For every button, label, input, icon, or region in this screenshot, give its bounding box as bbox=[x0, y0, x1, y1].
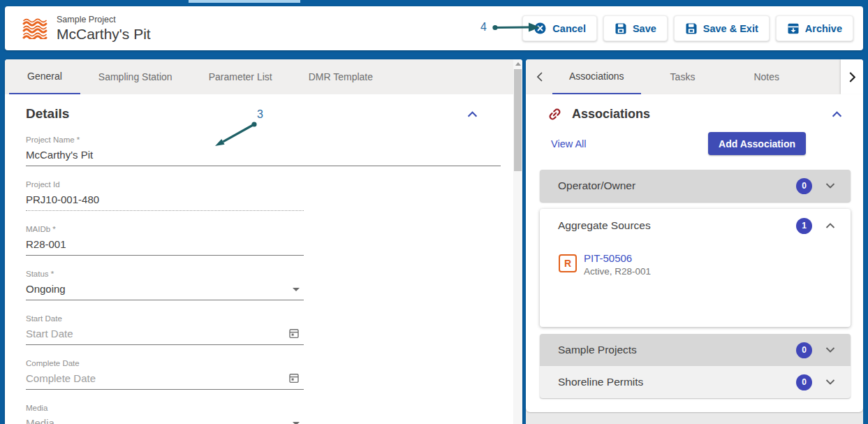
associations-accordion: Operator/Owner 0 Aggregate Sources 1 R bbox=[540, 170, 851, 398]
main-form-panel: General Sampling Station Parameter List … bbox=[5, 59, 522, 424]
add-association-button[interactable]: Add Association bbox=[708, 132, 806, 155]
waves-brand-icon bbox=[22, 17, 48, 39]
save-button[interactable]: Save bbox=[603, 15, 668, 41]
scrollbar-thumb[interactable] bbox=[514, 69, 522, 171]
calendar-icon[interactable] bbox=[288, 328, 300, 339]
associations-card: Associations View All Add Association Op… bbox=[526, 94, 863, 412]
field-placeholder[interactable]: Start Date bbox=[26, 326, 304, 345]
field-value: PRJ10-001-480 bbox=[26, 192, 304, 211]
group-label: Sample Projects bbox=[558, 344, 637, 356]
count-badge: 1 bbox=[796, 218, 812, 234]
left-panel-scrollbar[interactable] bbox=[513, 59, 522, 424]
group-label: Operator/Owner bbox=[558, 180, 635, 192]
annotation-arrow-3 bbox=[209, 120, 265, 152]
tab-parameter-list[interactable]: Parameter List bbox=[191, 59, 290, 94]
association-item-subtitle: Active, R28-001 bbox=[584, 266, 651, 277]
field-label: Complete Date bbox=[26, 358, 304, 368]
field-project-id: Project Id PRJ10-001-480 bbox=[26, 180, 304, 211]
annotation-number-4: 4 bbox=[480, 21, 487, 34]
calendar-icon[interactable] bbox=[288, 372, 300, 383]
archive-button[interactable]: Archive bbox=[776, 15, 853, 41]
count-badge: 0 bbox=[796, 342, 812, 358]
field-label: Project Id bbox=[26, 180, 304, 189]
field-label: MAIDb * bbox=[26, 224, 304, 234]
header-actions: Cancel Save Save & Exit Archive bbox=[522, 15, 853, 41]
field-media[interactable]: Media Media bbox=[26, 403, 304, 424]
accordion-operator-owner[interactable]: Operator/Owner 0 bbox=[540, 170, 851, 202]
field-complete-date[interactable]: Complete Date Complete Date bbox=[26, 358, 304, 390]
tab-general[interactable]: General bbox=[9, 59, 80, 94]
side-panel: Associations Tasks Notes Associations Vi… bbox=[526, 59, 863, 424]
chevron-down-icon[interactable] bbox=[825, 183, 835, 189]
field-label: Media bbox=[26, 403, 304, 413]
link-icon bbox=[547, 106, 563, 122]
details-collapse-chevron-up-icon[interactable] bbox=[467, 111, 478, 117]
field-start-date[interactable]: Start Date Start Date bbox=[26, 314, 304, 345]
view-all-link[interactable]: View All bbox=[551, 138, 587, 149]
tab-tasks[interactable]: Tasks bbox=[641, 59, 725, 94]
field-placeholder[interactable]: Complete Date bbox=[26, 371, 304, 390]
tab-associations[interactable]: Associations bbox=[552, 59, 641, 94]
header-bar: Sample Project McCarthy's Pit Cancel Sav… bbox=[5, 6, 863, 50]
field-maidb[interactable]: MAIDb * R28-001 bbox=[26, 224, 304, 256]
right-tab-bar: Associations Tasks Notes bbox=[526, 59, 863, 94]
accordion-sample-projects[interactable]: Sample Projects 0 bbox=[540, 334, 851, 366]
chevron-up-icon[interactable] bbox=[825, 223, 835, 228]
chevron-down-icon[interactable] bbox=[825, 379, 835, 385]
count-badge: 0 bbox=[796, 374, 812, 390]
project-type-label: Sample Project bbox=[57, 15, 151, 24]
details-title: Details bbox=[26, 106, 69, 122]
annotation-number-3: 3 bbox=[257, 108, 263, 121]
tab-notes[interactable]: Notes bbox=[724, 59, 809, 94]
archive-icon bbox=[787, 22, 800, 35]
association-item-link[interactable]: PIT-50506 bbox=[584, 252, 651, 264]
associations-collapse-chevron-up-icon[interactable] bbox=[832, 111, 842, 117]
accordion-shoreline-permits[interactable]: Shoreline Permits 0 bbox=[540, 366, 851, 398]
group-label: Shoreline Permits bbox=[558, 376, 643, 388]
tab-sampling-station[interactable]: Sampling Station bbox=[80, 59, 191, 94]
save-icon bbox=[685, 22, 698, 35]
field-label: Start Date bbox=[26, 314, 304, 323]
field-value[interactable]: R28-001 bbox=[26, 237, 304, 256]
dropdown-caret-icon[interactable] bbox=[293, 288, 300, 291]
tab-dmr-template[interactable]: DMR Template bbox=[290, 59, 391, 94]
associations-title: Associations bbox=[572, 107, 650, 122]
field-label: Status * bbox=[26, 269, 304, 279]
left-tab-bar: General Sampling Station Parameter List … bbox=[5, 59, 522, 94]
tabs-scroll-left-chevron-icon[interactable] bbox=[526, 59, 552, 94]
resource-r-icon: R bbox=[559, 254, 577, 272]
annotation-arrow-4 bbox=[490, 20, 543, 35]
field-value[interactable]: Ongoing bbox=[26, 282, 304, 300]
save-icon bbox=[615, 22, 627, 35]
chevron-down-icon[interactable] bbox=[825, 347, 835, 353]
top-edge-fragment bbox=[189, 0, 300, 3]
accordion-aggregate-sources[interactable]: Aggregate Sources 1 bbox=[540, 209, 851, 242]
save-and-exit-button[interactable]: Save & Exit bbox=[674, 15, 770, 41]
field-placeholder[interactable]: Media bbox=[26, 416, 304, 424]
tabs-scroll-right-chevron-icon[interactable] bbox=[841, 59, 863, 94]
count-badge: 0 bbox=[796, 178, 812, 194]
scrollbar-up-arrow-icon[interactable] bbox=[515, 62, 521, 66]
field-status[interactable]: Status * Ongoing bbox=[26, 269, 304, 300]
group-label: Aggregate Sources bbox=[558, 219, 651, 232]
association-list-item: R PIT-50506 Active, R28-001 bbox=[540, 242, 851, 277]
accordion-aggregate-sources-expanded: Aggregate Sources 1 R PIT-50506 Active, … bbox=[540, 209, 851, 327]
page-title: McCarthy's Pit bbox=[57, 26, 151, 43]
